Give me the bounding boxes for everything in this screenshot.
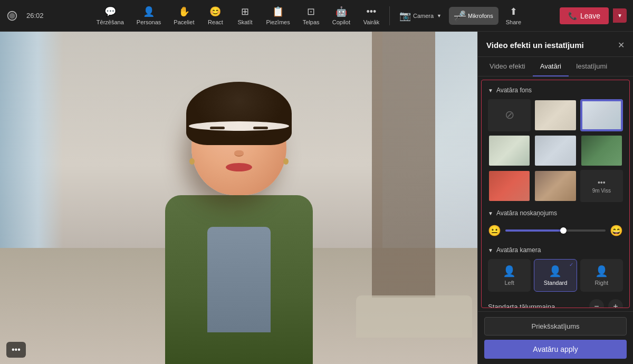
video-area: ••• xyxy=(0,32,477,364)
topbar: 26:02 💬 Tērzēšana 👤 Personas ✋ Paceliet … xyxy=(0,0,633,32)
chat-button[interactable]: 💬 Tērzēšana xyxy=(91,3,129,28)
zoom-controls: − + xyxy=(589,299,623,308)
personas-label: Personas xyxy=(137,19,161,25)
leave-label: Leave xyxy=(580,12,600,20)
react-label: React xyxy=(208,19,223,25)
mic-button[interactable]: 🎤 Mikrofons xyxy=(449,7,498,25)
avatar-lips xyxy=(226,163,252,171)
more-button[interactable]: ••• Vairāk xyxy=(358,3,385,28)
mood-section: ▼ Avatāra noskaņojums 😐 😄 xyxy=(488,209,623,239)
mood-emoji-sad: 😐 xyxy=(488,224,501,237)
side-panel: Video efekti un iestatījumi ✕ Video efek… xyxy=(477,32,633,364)
bg-none-item[interactable]: ⊘ xyxy=(488,99,531,131)
background-chevron-icon: ▼ xyxy=(488,88,493,93)
mood-section-title: Avatāra noskaņojums xyxy=(496,209,557,217)
panel-header: Video efekti un iestatījumi ✕ xyxy=(478,32,633,57)
mood-section-header[interactable]: ▼ Avatāra noskaņojums xyxy=(488,209,623,217)
view-button[interactable]: ⊞ Skatīt xyxy=(231,3,258,28)
plus-icon: + xyxy=(613,302,618,308)
notes-icon: 📋 xyxy=(272,6,284,17)
background-section-title: Avatāra fons xyxy=(496,87,532,94)
mood-thumb[interactable] xyxy=(560,227,567,234)
personas-icon: 👤 xyxy=(143,6,155,17)
leave-chevron-button[interactable]: ▼ xyxy=(613,8,627,23)
avatar-eyebrow-left xyxy=(210,127,225,129)
camera-right-option[interactable]: 👤 Right xyxy=(580,259,623,292)
main-content: ••• Video efekti un iestatījumi ✕ Video … xyxy=(0,32,633,364)
camera-right-label: Right xyxy=(594,280,608,286)
camera-label: Camera xyxy=(413,13,434,19)
chat-icon: 💬 xyxy=(104,6,116,17)
share-button[interactable]: ⬆ Share xyxy=(501,3,526,28)
avatar-body xyxy=(165,195,313,364)
apply-button[interactable]: Avatāru apply xyxy=(484,340,627,359)
view-label: Skatīt xyxy=(237,19,252,25)
mood-emoji-happy: 😄 xyxy=(610,224,623,237)
raise-button[interactable]: ✋ Paceliet xyxy=(168,3,199,28)
camera-standard-label: Standard xyxy=(544,280,568,286)
copilot-button[interactable]: 🤖 Copilot xyxy=(327,3,356,28)
camera-chevron-icon: ▼ xyxy=(437,13,442,18)
bg-room5-image xyxy=(581,136,622,166)
rooms-button[interactable]: ⊡ Telpas xyxy=(298,3,325,28)
bg-room1-image xyxy=(535,100,576,130)
react-button[interactable]: 😊 React xyxy=(202,3,229,28)
video-more-button[interactable]: ••• xyxy=(6,342,26,358)
camera-standard-option[interactable]: ✓ 👤 Standard xyxy=(534,259,577,292)
mood-slider-row: 😐 😄 xyxy=(488,222,623,239)
mic-label: Mikrofons xyxy=(468,13,493,19)
notes-button[interactable]: 📋 Piezīmes xyxy=(261,3,295,28)
copilot-label: Copilot xyxy=(332,19,350,25)
mood-slider-track[interactable] xyxy=(505,229,606,232)
panel-title: Video efekti un iestatījumi xyxy=(486,41,584,50)
zoom-minus-button[interactable]: − xyxy=(589,299,604,308)
bg-room7-image xyxy=(535,171,576,201)
camera-standard-icon: 👤 xyxy=(549,265,562,277)
camera-section: ▼ Avatāra kamera 👤 Left ✓ 👤 Standard 👤 xyxy=(488,246,623,292)
share-icon: ⬆ xyxy=(510,6,517,17)
react-icon: 😊 xyxy=(209,6,221,17)
more-dots-icon: ••• xyxy=(598,178,606,187)
avatar-eye-left xyxy=(213,135,224,142)
bg-more-label: 9m Viss xyxy=(592,188,611,194)
tab-iestatijumi[interactable]: Iestatījumi xyxy=(569,57,615,76)
video-overlay: ••• xyxy=(6,342,26,358)
bg-room4-item[interactable] xyxy=(534,135,577,167)
tab-avatari[interactable]: Avatāri xyxy=(533,57,569,76)
zoom-plus-button[interactable]: + xyxy=(608,299,623,308)
camera-button[interactable]: 📷 Camera ▼ xyxy=(394,7,447,25)
bg-more-item[interactable]: ••• 9m Viss xyxy=(580,170,623,202)
mic-icon: 🎤 xyxy=(454,10,466,22)
bg-room7-item[interactable] xyxy=(534,170,577,202)
bg-room6-item[interactable] xyxy=(488,170,531,202)
bg-room1-item[interactable] xyxy=(534,99,577,131)
more-icon: ••• xyxy=(367,6,377,17)
tab-video-effects[interactable]: Video efekti xyxy=(482,57,533,76)
bg-room2-item[interactable] xyxy=(580,99,623,131)
avatar-hair xyxy=(186,82,292,145)
bg-room5-item[interactable] xyxy=(580,135,623,167)
mood-fill xyxy=(505,229,565,232)
leave-button[interactable]: 📞 Leave xyxy=(560,7,609,24)
more-label: Vairāk xyxy=(363,19,379,25)
avatar-eyebrow-right xyxy=(253,127,268,129)
room-wall-panel xyxy=(372,32,435,298)
camera-options: 👤 Left ✓ 👤 Standard 👤 Right xyxy=(488,259,623,292)
background-section-header[interactable]: ▼ Avatāra fons xyxy=(488,87,623,94)
panel-body: ▼ Avatāra fons ⊘ xyxy=(481,80,630,308)
camera-section-header[interactable]: ▼ Avatāra kamera xyxy=(488,246,623,254)
camera-section-title: Avatāra kamera xyxy=(496,246,541,254)
zoom-row: Standarta tālummaiņa − + xyxy=(488,299,623,308)
separator xyxy=(389,6,390,25)
camera-left-option[interactable]: 👤 Left xyxy=(488,259,531,292)
bg-room6-image xyxy=(489,171,530,201)
personas-button[interactable]: 👤 Personas xyxy=(131,3,166,28)
camera-left-icon: 👤 xyxy=(503,265,516,277)
preview-button[interactable]: Priekšskatījums xyxy=(484,317,627,336)
close-button[interactable]: ✕ xyxy=(618,40,625,50)
avatar-eye-right xyxy=(254,135,265,142)
camera-right-icon: 👤 xyxy=(595,265,608,277)
avatar-head xyxy=(186,90,292,206)
bg-room3-item[interactable] xyxy=(488,135,531,167)
call-timer: 26:02 xyxy=(26,12,47,20)
